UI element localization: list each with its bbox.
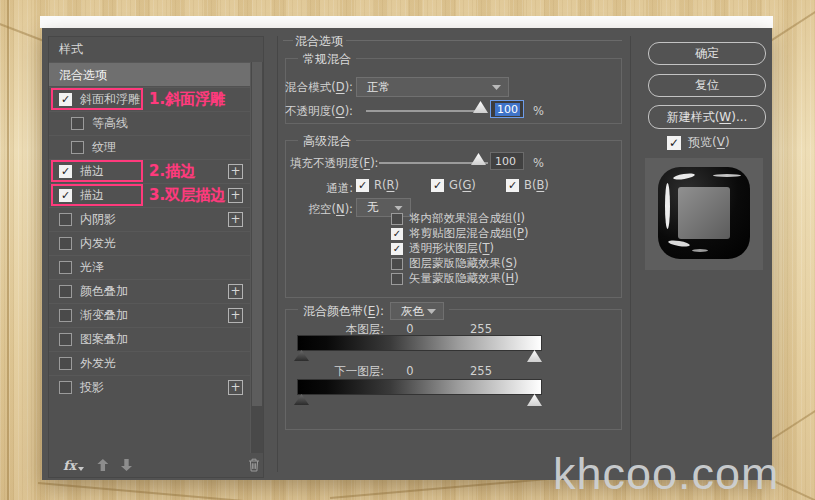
channels-label: 通道: xyxy=(287,181,353,196)
checkbox[interactable] xyxy=(59,381,72,394)
style-item-label: 光泽 xyxy=(80,259,104,276)
trash-icon xyxy=(248,458,260,472)
style-list-item[interactable]: ✓斜面和浮雕1.斜面浮雕 xyxy=(49,87,250,111)
style-list-item[interactable]: 外发光 xyxy=(49,351,250,375)
checkbox[interactable] xyxy=(59,309,72,322)
opacity-slider-thumb[interactable] xyxy=(473,101,488,113)
style-list-item[interactable]: 光泽 xyxy=(49,255,250,279)
fill-opacity-unit: % xyxy=(533,156,544,170)
fill-opacity-input[interactable]: 100 xyxy=(490,152,524,170)
channel-toggle[interactable]: ✓R(R) xyxy=(356,178,431,192)
style-list-item[interactable]: ✓描边+3.双层描边 xyxy=(49,183,250,207)
checkbox[interactable]: ✓ xyxy=(506,179,519,192)
opacity-value: 100 xyxy=(495,103,520,116)
styles-scrollbar[interactable] xyxy=(250,62,263,453)
checkbox[interactable]: ✓ xyxy=(59,189,72,202)
move-effect-down-button[interactable] xyxy=(121,459,132,471)
opacity-label: 不透明度(O): xyxy=(287,104,353,119)
preview-toggle[interactable]: ✓ 预览(V) xyxy=(667,134,730,151)
fill-opacity-slider-thumb[interactable] xyxy=(471,153,486,165)
checkbox[interactable] xyxy=(59,213,72,226)
opacity-unit: % xyxy=(533,104,544,118)
checkbox[interactable] xyxy=(59,237,72,250)
style-list-item[interactable]: 颜色叠加+ xyxy=(49,279,250,303)
blend-if-select[interactable]: 灰色 xyxy=(390,302,444,320)
knockout-value: 无 xyxy=(357,200,379,215)
add-effect-button[interactable]: + xyxy=(228,188,243,203)
add-effect-button[interactable]: + xyxy=(228,212,243,227)
checkbox[interactable] xyxy=(391,273,403,285)
add-effect-button[interactable]: + xyxy=(228,308,243,323)
shadow-slider-thumb[interactable] xyxy=(294,350,309,361)
delete-effect-button[interactable] xyxy=(248,458,260,472)
opacity-input[interactable]: 100 xyxy=(490,100,524,118)
reset-button[interactable]: 复位 xyxy=(648,74,766,97)
style-list-item[interactable]: 投影+ xyxy=(49,375,250,399)
gradient-ramp[interactable] xyxy=(298,380,541,394)
add-effect-button[interactable]: + xyxy=(228,380,243,395)
style-list-item[interactable]: 内发光 xyxy=(49,231,250,255)
shadow-slider-thumb[interactable] xyxy=(294,394,309,405)
blend-if-row-label: 下一图层: xyxy=(290,364,384,379)
blending-options-title: 混合选项 xyxy=(295,33,343,50)
opacity-slider-track[interactable] xyxy=(366,110,481,112)
add-effect-button[interactable]: + xyxy=(228,164,243,179)
checkbox[interactable] xyxy=(59,285,72,298)
style-item-label: 描边 xyxy=(80,163,104,180)
advanced-option[interactable]: ✓透明形状图层(T) xyxy=(391,241,528,256)
highlight xyxy=(668,239,691,247)
checkbox[interactable]: ✓ xyxy=(59,165,72,178)
chevron-down-icon xyxy=(492,85,501,90)
preview-checkbox[interactable]: ✓ xyxy=(667,136,681,150)
checkbox[interactable] xyxy=(59,333,72,346)
style-list-item[interactable]: ✓描边+2.描边 xyxy=(49,159,250,183)
style-list-item[interactable]: 渐变叠加+ xyxy=(49,303,250,327)
checkbox[interactable] xyxy=(391,258,403,270)
style-list-item[interactable]: 图案叠加 xyxy=(49,327,250,351)
highlight-slider-thumb[interactable] xyxy=(527,350,542,362)
style-item-label: 投影 xyxy=(80,379,104,396)
style-list-item[interactable]: 纹理 xyxy=(49,135,250,159)
style-item-label: 等高线 xyxy=(92,115,128,132)
checkbox[interactable] xyxy=(59,357,72,370)
checkbox[interactable]: ✓ xyxy=(391,228,403,240)
style-item-blending-options-selected[interactable]: 混合选项 xyxy=(49,62,250,86)
add-effect-button[interactable]: + xyxy=(228,284,243,299)
style-preview-thumbnail xyxy=(645,158,763,270)
style-list-item[interactable]: 内阴影+ xyxy=(49,207,250,231)
wood-seam xyxy=(7,0,9,500)
advanced-option[interactable]: 矢量蒙版隐藏效果(H) xyxy=(391,271,528,286)
style-list-item[interactable]: 等高线 xyxy=(49,111,250,135)
highlight-slider-thumb[interactable] xyxy=(527,394,542,406)
screenshot-root: 样式 混合选项 ✓斜面和浮雕1.斜面浮雕等高线纹理✓描边+2.描边✓描边+3.双… xyxy=(0,0,815,500)
watermark: khcoo.com xyxy=(553,448,780,500)
advanced-option[interactable]: ✓将剪贴图层混合成组(P) xyxy=(391,226,528,241)
advanced-blending-group: 高级混合 填充不透明度(F): 100 % 通道: ✓R(R)✓G(G)✓B(B… xyxy=(285,140,622,298)
blend-mode-select[interactable]: 正常 xyxy=(356,77,509,97)
channels-row: ✓R(R)✓G(G)✓B(B) xyxy=(356,178,581,192)
checkbox[interactable] xyxy=(71,117,84,130)
channel-toggle[interactable]: ✓G(G) xyxy=(431,178,506,192)
blend-if-group: 混合颜色带(E): 灰色 本图层:0255下一图层:0255 xyxy=(285,309,622,430)
checkbox[interactable] xyxy=(391,213,403,225)
move-effect-up-button[interactable] xyxy=(97,459,108,471)
fill-opacity-slider-track[interactable] xyxy=(379,162,488,164)
advanced-option[interactable]: 图层蒙版隐藏效果(S) xyxy=(391,256,528,271)
gradient-ramp[interactable] xyxy=(298,336,541,350)
checkbox[interactable] xyxy=(71,141,84,154)
new-style-button[interactable]: 新建样式(W)... xyxy=(648,105,766,129)
fx-menu-button[interactable]: fx xyxy=(63,458,76,473)
style-item-label: 内阴影 xyxy=(80,211,116,228)
style-item-label: 描边 xyxy=(80,187,104,204)
ok-button[interactable]: 确定 xyxy=(648,42,766,65)
channel-toggle[interactable]: ✓B(B) xyxy=(506,178,581,192)
scrollbar-thumb[interactable] xyxy=(252,62,262,406)
checkbox[interactable] xyxy=(59,261,72,274)
checkbox[interactable]: ✓ xyxy=(431,179,444,192)
checkbox[interactable]: ✓ xyxy=(59,93,72,106)
checkbox[interactable]: ✓ xyxy=(391,243,403,255)
general-blending-group: 常规混合 混合模式(D): 正常 不透明度(O): 100 % xyxy=(285,58,622,124)
blend-if-row-label: 本图层: xyxy=(290,322,384,337)
checkbox[interactable]: ✓ xyxy=(356,179,369,192)
advanced-option[interactable]: 将内部效果混合成组(I) xyxy=(391,211,528,226)
